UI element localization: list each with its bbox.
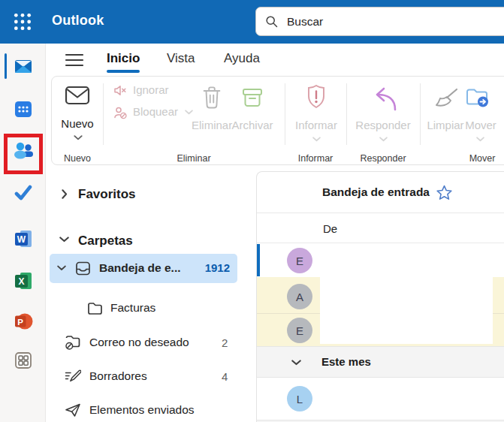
reply-label: Responder — [352, 119, 414, 131]
mail-app-icon — [12, 55, 35, 77]
excel-app-button[interactable]: X — [0, 270, 46, 291]
reply-arrow-icon — [369, 87, 397, 111]
shield-alert-icon — [306, 84, 326, 110]
chevron-down-icon — [379, 137, 388, 142]
calendar-app-button[interactable] — [0, 98, 46, 119]
folder-icon — [87, 301, 103, 315]
group-label-eliminar: Eliminar — [103, 153, 285, 164]
folder-facturas-label: Facturas — [110, 301, 155, 315]
archive-box-icon — [241, 87, 264, 108]
chevron-down-icon — [59, 237, 69, 243]
app-title: Outlook — [52, 13, 104, 29]
chevron-down-icon[interactable] — [74, 135, 83, 140]
group-divider — [346, 83, 347, 145]
ignore-label: Ignorar — [133, 83, 169, 96]
tab-ayuda[interactable]: Ayuda — [224, 51, 260, 66]
folder-correo-label: Correo no deseado — [89, 336, 189, 349]
search-icon — [265, 15, 279, 29]
chevron-down-icon — [476, 137, 484, 142]
search-box[interactable] — [255, 7, 504, 36]
folder-enviados-label: Elementos enviados — [89, 403, 195, 417]
more-apps-button[interactable] — [0, 350, 46, 371]
list-title-row: Bandeja de entrada — [263, 172, 504, 213]
column-header-de[interactable]: De — [323, 222, 337, 235]
sender-avatar[interactable]: L — [287, 386, 312, 411]
mail-app-button[interactable] — [0, 55, 46, 77]
sweep-broom-icon — [433, 87, 459, 110]
archive-label: Archivar — [231, 119, 274, 131]
tab-inicio[interactable]: Inicio — [107, 51, 140, 66]
folder-borradores-count: 4 — [222, 370, 228, 383]
chevron-down-icon — [312, 137, 321, 142]
top-header-bar: Outlook — [0, 0, 504, 44]
chevron-right-icon — [62, 189, 68, 199]
section-carpetas[interactable]: Carpetas — [78, 234, 133, 249]
hamburger-icon — [65, 53, 84, 68]
favorite-star-icon[interactable] — [436, 185, 452, 200]
group-label-nuevo: Nuevo — [52, 153, 103, 164]
sender-avatar[interactable]: E — [287, 248, 312, 273]
section-favoritos[interactable]: Favoritos — [78, 187, 136, 202]
group-label-responder: Responder — [346, 153, 420, 164]
folder-correo-count: 2 — [222, 336, 228, 349]
favoritos-expand-chevron[interactable] — [62, 189, 68, 199]
outlook-window: Outlook — [0, 0, 504, 422]
drafts-pencil-icon — [65, 368, 81, 384]
apps-grid-icon — [13, 350, 34, 371]
powerpoint-app-icon: P — [13, 311, 34, 332]
message-list-panel: Bandeja de entrada De E A E Este mes — [256, 171, 504, 422]
junk-folder-icon — [65, 334, 81, 351]
chevron-down-icon — [291, 360, 301, 366]
group-divider — [420, 83, 421, 145]
app-launcher-button[interactable] — [13, 12, 32, 32]
move-folder-icon — [465, 86, 489, 108]
divider — [257, 213, 504, 213]
tab-vista[interactable]: Vista — [167, 51, 195, 66]
sent-plane-icon — [65, 402, 81, 417]
group-label-informar: Informar — [285, 153, 346, 164]
todo-app-button[interactable] — [0, 184, 46, 202]
new-mail-envelope-icon — [65, 85, 90, 106]
block-label: Bloquear — [133, 105, 178, 118]
excel-app-icon: X — [13, 270, 34, 291]
svg-text:P: P — [17, 318, 23, 327]
folder-inbox-label: Bandeja de e... — [99, 261, 181, 275]
todo-check-icon — [14, 184, 33, 202]
trash-icon — [201, 86, 222, 110]
ribbon-toolbar: Nuevo Nuevo Ignorar Bloquear — [51, 76, 504, 165]
svg-text:X: X — [18, 276, 24, 287]
word-app-icon: W — [13, 228, 34, 249]
group-divider — [103, 83, 104, 145]
sender-avatar[interactable]: E — [287, 318, 312, 343]
ribbon-menu-button[interactable] — [65, 53, 84, 68]
waffle-grid-icon — [13, 12, 32, 32]
sender-avatar[interactable]: A — [287, 284, 312, 309]
report-label: Informar — [291, 119, 342, 131]
carpetas-collapse-chevron[interactable] — [59, 237, 69, 243]
sweep-label: Limpiar — [426, 119, 465, 131]
delete-label: Eliminar — [192, 119, 231, 131]
new-mail-label: Nuevo — [56, 117, 98, 130]
list-group-header[interactable]: Este mes — [257, 346, 504, 378]
selected-row-indicator — [257, 244, 260, 276]
chevron-down-icon — [185, 110, 193, 115]
svg-text:W: W — [17, 234, 26, 245]
group-label-mover: Mover — [420, 153, 504, 164]
folder-inbox-count: 1912 — [205, 261, 230, 274]
folder-borradores-label: Borradores — [89, 369, 147, 383]
powerpoint-app-button[interactable]: P — [0, 311, 46, 332]
new-mail-button[interactable]: Nuevo — [56, 81, 98, 146]
block-person-icon — [113, 106, 127, 119]
group-divider — [285, 83, 285, 145]
calendar-app-icon — [13, 98, 34, 119]
active-tab-indicator — [107, 70, 140, 73]
redacted-content-block — [320, 277, 493, 344]
chevron-down-icon — [57, 265, 66, 271]
message-row[interactable]: E — [257, 243, 504, 277]
word-app-button[interactable]: W — [0, 228, 46, 249]
group-header-label: Este mes — [321, 355, 371, 368]
message-row[interactable]: L — [257, 378, 504, 420]
list-title: Bandeja de entrada — [322, 185, 430, 199]
folder-item-inbox[interactable]: Bandeja de e... 1912 — [50, 254, 237, 283]
search-input[interactable] — [285, 14, 469, 29]
